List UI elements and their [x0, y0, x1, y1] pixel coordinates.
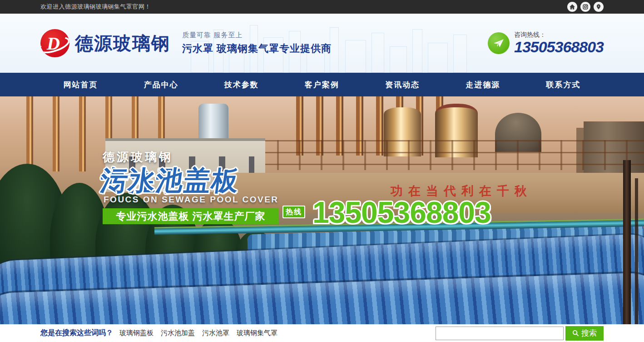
main-navigation: 网站首页 产品中心 技术参数 客户案例 资讯动态 走进德源 联系方式: [0, 73, 644, 96]
location-icon[interactable]: [594, 2, 604, 12]
nav-item-home[interactable]: 网站首页: [40, 73, 121, 96]
home-icon[interactable]: [567, 2, 577, 12]
nav-item-contact[interactable]: 联系方式: [523, 73, 604, 96]
nav-item-specs[interactable]: 技术参数: [201, 73, 282, 96]
top-bar: 欢迎进入德源玻璃钢玻璃钢集气罩官网！: [0, 0, 644, 14]
sales-hotline-number: 13505368803: [312, 197, 491, 227]
topbar-social-icons: [567, 2, 604, 12]
instagram-icon[interactable]: [580, 2, 590, 12]
nav-item-cases[interactable]: 客户案例: [282, 73, 362, 96]
hotline-number: 13505368803: [514, 39, 604, 55]
header-slogan: 质量可靠 服务至上 污水罩 玻璃钢集气罩专业提供商: [180, 31, 332, 55]
logo-text: 德源玻璃钢: [75, 31, 170, 56]
header-hotline: 咨询热线： 13505368803: [488, 31, 604, 55]
nav-item-about[interactable]: 走进德源: [443, 73, 523, 96]
logo-mark-icon: D: [40, 29, 69, 57]
hero-subheadline: FOUCS ON SEWAGE POOL COVER: [104, 195, 279, 205]
site-header: D 德源玻璃钢 质量可靠 服务至上 污水罩 玻璃钢集气罩专业提供商 咨询热线： …: [0, 14, 644, 73]
keyword-link-3[interactable]: 污水池罩: [202, 329, 229, 337]
nav-item-news[interactable]: 资讯动态: [362, 73, 443, 96]
hero-banner[interactable]: 功在当代利在千秋 德源玻璃钢 专注于污水池盖板 FOUCS ON SEWAGE …: [0, 96, 644, 324]
keyword-link-1[interactable]: 玻璃钢盖板: [119, 329, 154, 337]
search-prompt: 您是在搜索这些词吗？: [40, 328, 113, 338]
nav-item-products[interactable]: 产品中心: [121, 73, 201, 96]
keyword-link-4[interactable]: 玻璃钢集气罩: [237, 329, 277, 337]
hot-search-band: 您是在搜索这些词吗？ 玻璃钢盖板 污水池加盖 污水池罩 玻璃钢集气罩 搜索: [0, 324, 644, 342]
search-icon: [572, 330, 579, 337]
welcome-text: 欢迎进入德源玻璃钢玻璃钢集气罩官网！: [40, 3, 151, 11]
slogan-big: 污水罩 玻璃钢集气罩专业提供商: [182, 42, 332, 55]
search-input[interactable]: [436, 327, 564, 340]
keyword-link-2[interactable]: 污水池加盖: [161, 329, 195, 337]
slogan-small: 质量可靠 服务至上: [182, 31, 332, 40]
company-logo[interactable]: D 德源玻璃钢: [40, 29, 170, 57]
search-button[interactable]: 搜索: [565, 326, 604, 341]
paper-plane-icon: [488, 32, 510, 54]
logo-letter: D: [47, 33, 60, 54]
hero-tagline-button[interactable]: 专业污水池盖板 污水罩生产厂家: [103, 208, 279, 224]
